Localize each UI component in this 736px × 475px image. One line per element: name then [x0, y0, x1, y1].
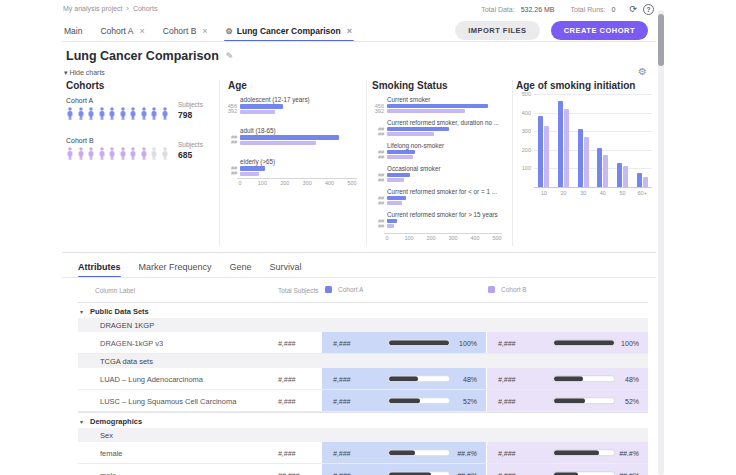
- cell-percent: 100%: [621, 339, 639, 346]
- x-axis-tick-label: 30: [575, 190, 591, 196]
- subjects-label: Subjects: [178, 141, 203, 148]
- cohort-row-cohort-b: Cohort BSubjects685: [66, 137, 212, 160]
- row-label: female: [100, 448, 123, 457]
- table-row-public-data-sets[interactable]: ▾Public Data Sets: [78, 302, 648, 318]
- table-row-male[interactable]: male##,####,#####.#%#,#####.#%: [78, 464, 648, 475]
- bar-cohort-b: [623, 166, 628, 187]
- cell-bar-track: [388, 339, 450, 347]
- edit-title-icon[interactable]: ✎: [226, 51, 234, 61]
- table-row-luad-lung-adenocarcinoma[interactable]: LUAD – Lung Adenocarcinoma#,####,###48%#…: [78, 368, 648, 390]
- breadcrumb-section[interactable]: Cohorts: [133, 5, 158, 12]
- table-row-female[interactable]: female#,####,#####.#%#,#####.#%: [78, 442, 648, 464]
- breadcrumb-project[interactable]: My analysis project: [63, 5, 123, 12]
- header-buttons: IMPORT FILES CREATE COHORT: [455, 21, 648, 40]
- table-tab-label: Gene: [230, 262, 252, 272]
- bar-value-labels: ####: [372, 127, 384, 137]
- cell-bar-fill: [389, 340, 449, 346]
- bar-cohort-b: [240, 110, 275, 115]
- cohort-b-cell: #,###100%: [487, 332, 648, 353]
- table-row-sex[interactable]: Sex: [78, 428, 648, 442]
- bar-cohort-a: [387, 104, 488, 108]
- cell-bar-track: [553, 449, 615, 457]
- column-label-header: Column Label: [95, 287, 135, 294]
- table-tab-marker-frequency[interactable]: Marker Frequency: [139, 262, 212, 278]
- table-row-dragen-1kgp[interactable]: DRAGEN 1KGP: [78, 318, 648, 332]
- bar-cohort-a: [637, 173, 642, 187]
- x-axis-line: [534, 187, 652, 188]
- bar-value: ##: [372, 178, 384, 183]
- bar-cohort-b: [387, 178, 404, 182]
- subgroup-label: TCGA data sets: [100, 357, 153, 366]
- table-row-lusc-lung-squamous-cell-carcinoma[interactable]: LUSC – Lung Squamous Cell Carcinoma#,###…: [78, 390, 648, 412]
- cell-bar-track: [388, 397, 450, 405]
- row-total-subjects: #,###: [278, 449, 296, 456]
- help-icon[interactable]: ?: [643, 4, 654, 15]
- person-icon: [150, 107, 158, 120]
- grid-line: [534, 168, 652, 169]
- cell-percent: 48%: [463, 375, 477, 382]
- table-row-dragen-1kgp-v3[interactable]: DRAGEN-1kGP v3#,####,###100%#,###100%: [78, 332, 648, 354]
- bar-cohort-a: [558, 101, 563, 187]
- x-axis-tick-label: 500: [489, 235, 505, 241]
- x-axis-tick-label: 200: [423, 235, 439, 241]
- scrollbar-thumb[interactable]: [658, 14, 664, 66]
- tab-cohort-a[interactable]: Cohort A×: [98, 24, 146, 42]
- total-data-value: 532.26 MB: [521, 6, 555, 13]
- tab-main[interactable]: Main: [62, 24, 84, 42]
- subgroup-label: DRAGEN 1KGP: [100, 321, 154, 330]
- table-tab-gene[interactable]: Gene: [230, 262, 252, 278]
- cell-percent: 52%: [625, 397, 639, 404]
- subgroup-label: Sex: [100, 431, 113, 440]
- gear-icon: ⚙: [226, 27, 233, 36]
- close-icon[interactable]: ×: [202, 26, 207, 36]
- section-divider: [62, 252, 656, 253]
- cell-value: #,###: [498, 449, 516, 456]
- table-tab-attributes[interactable]: Attributes: [78, 262, 121, 278]
- bar-cohort-a: [387, 173, 410, 177]
- import-files-button[interactable]: IMPORT FILES: [455, 21, 540, 40]
- tab-label: Cohort B: [163, 26, 197, 36]
- person-icon: [77, 147, 85, 160]
- bar-cohort-b: [643, 177, 648, 187]
- person-icon: [150, 147, 158, 160]
- x-axis-tick-label: 100: [254, 180, 270, 186]
- x-axis-tick-label: 50: [615, 190, 631, 196]
- table-tab-label: Marker Frequency: [139, 262, 212, 272]
- cohort-b-cell: #,###52%: [487, 390, 648, 411]
- grid-line: [534, 94, 652, 95]
- table-row-demographics[interactable]: ▾Demographics: [78, 412, 648, 428]
- cell-percent: ##.#%: [457, 449, 477, 456]
- person-icon: [119, 107, 127, 120]
- cohort-b-legend-swatch: [488, 286, 495, 293]
- hide-charts-toggle[interactable]: ▾ Hide charts: [64, 69, 105, 77]
- grid-line: [534, 150, 652, 151]
- grid-line: [534, 131, 652, 132]
- create-cohort-button[interactable]: CREATE COHORT: [551, 21, 648, 40]
- tabbar-divider: [62, 41, 656, 42]
- tab-cohort-b[interactable]: Cohort B×: [161, 24, 210, 42]
- close-icon[interactable]: ×: [347, 26, 352, 36]
- person-icon: [87, 147, 95, 160]
- header-stats: Total Data: 532.26 MB Total Runs: 0 ⟳ ?: [481, 4, 654, 15]
- bar-value: ##: [224, 171, 237, 176]
- cell-percent: ##.#%: [619, 449, 639, 456]
- group-label: Public Data Sets: [90, 306, 149, 315]
- chart-settings-gear-icon[interactable]: ⚙: [638, 66, 647, 77]
- bar-cohort-b: [387, 155, 413, 159]
- row-label: DRAGEN-1kGP v3: [100, 338, 163, 347]
- bar-cohort-a: [597, 148, 602, 187]
- cell-value: #,###: [498, 375, 516, 382]
- person-icon: [98, 107, 106, 120]
- table-tab-survival[interactable]: Survival: [270, 262, 302, 278]
- tab-lung-cancer-comparison[interactable]: ⚙Lung Cancer Comparison×: [224, 24, 354, 42]
- close-icon[interactable]: ×: [140, 26, 145, 36]
- cell-value: #,###: [498, 397, 516, 404]
- refresh-icon[interactable]: ⟳: [629, 5, 637, 14]
- x-axis-tick-label: 400: [467, 235, 483, 241]
- bar-cohort-b: [387, 201, 402, 205]
- cohort-a-cell: #,###52%: [322, 390, 486, 411]
- bar-cohort-a: [617, 163, 622, 187]
- table-row-tcga-data-sets[interactable]: TCGA data sets: [78, 354, 648, 368]
- cell-percent: 48%: [625, 375, 639, 382]
- scrollbar-track[interactable]: [658, 10, 664, 475]
